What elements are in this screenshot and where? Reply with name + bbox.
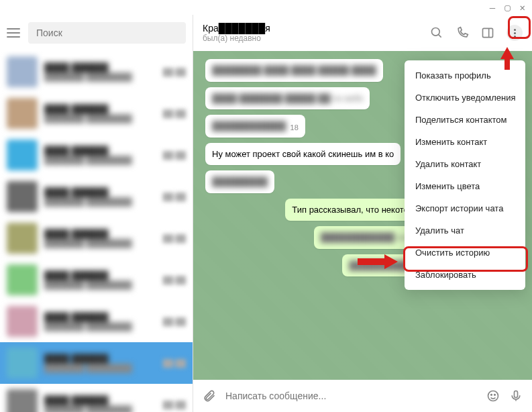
svg-point-0 bbox=[432, 28, 440, 36]
window-titlebar: — ▢ ✕ bbox=[0, 0, 532, 15]
search-icon[interactable] bbox=[430, 26, 443, 40]
chat-list: ████ █████████████ ████████ ██:██ ████ █… bbox=[0, 51, 193, 412]
chat-pane: Кра███████я был(а) недавно ████████ ████… bbox=[193, 15, 532, 412]
menu-icon[interactable] bbox=[7, 28, 20, 38]
chat-list-item[interactable]: ████ █████████████ ████████ ██:██ bbox=[0, 93, 193, 134]
svg-point-5 bbox=[491, 395, 492, 396]
chat-list-item[interactable]: ████ █████████████ ████████ ██:██ bbox=[0, 51, 193, 93]
message-bubble[interactable]: Ну может проект свой какой скинешь им в … bbox=[205, 143, 401, 166]
attach-icon[interactable] bbox=[203, 389, 216, 403]
svg-point-4 bbox=[488, 391, 498, 401]
chat-list-item[interactable]: ████ █████████████ ████████ ██:██ bbox=[0, 301, 193, 342]
svg-line-1 bbox=[439, 35, 441, 38]
message-bubble[interactable]: ████ ███████ █████ ██ по вебк bbox=[205, 87, 370, 110]
message-input[interactable] bbox=[225, 391, 477, 401]
message-composer bbox=[193, 380, 532, 412]
menu-item[interactable]: Показать профиль bbox=[405, 64, 525, 87]
more-options-button[interactable] bbox=[507, 25, 523, 41]
message-bubble[interactable]: ████████ ████ ████ █████ ████ bbox=[205, 59, 383, 82]
chat-header: Кра███████я был(а) недавно bbox=[193, 15, 532, 51]
menu-item[interactable]: Заблокировать bbox=[405, 264, 525, 286]
chat-list-sidebar: ████ █████████████ ████████ ██:██ ████ █… bbox=[0, 15, 193, 412]
side-panel-icon[interactable] bbox=[481, 26, 494, 40]
menu-item[interactable]: Поделиться контактом bbox=[405, 109, 525, 131]
voice-icon[interactable] bbox=[509, 389, 523, 403]
maximize-button[interactable]: ▢ bbox=[504, 2, 510, 13]
menu-item[interactable]: Изменить контакт bbox=[405, 131, 525, 153]
menu-item[interactable]: Удалить контакт bbox=[405, 153, 525, 175]
menu-item[interactable]: Очистить историю bbox=[405, 242, 525, 264]
chat-list-item[interactable]: ████ █████████████ ████████ ██:██ bbox=[0, 176, 193, 217]
menu-item[interactable]: Изменить цвета bbox=[405, 175, 525, 197]
minimize-button[interactable]: — bbox=[490, 2, 495, 13]
svg-point-6 bbox=[494, 395, 496, 396]
chat-contact-name[interactable]: Кра███████я bbox=[203, 23, 422, 34]
menu-item[interactable]: Отключить уведомления bbox=[405, 87, 525, 109]
emoji-icon[interactable] bbox=[486, 389, 500, 403]
chat-context-menu: Показать профильОтключить уведомленияПод… bbox=[405, 60, 525, 290]
chat-list-item[interactable]: ████ █████████████ ████████ ██:██ bbox=[0, 217, 193, 259]
message-bubble[interactable]: ████████████18 bbox=[205, 115, 305, 138]
svg-rect-2 bbox=[483, 28, 493, 37]
chat-contact-status: был(а) недавно bbox=[203, 34, 422, 43]
search-input[interactable] bbox=[28, 22, 186, 44]
chat-list-item[interactable]: ████ █████████████ ████████ ██:██ bbox=[0, 342, 193, 384]
close-window-button[interactable]: ✕ bbox=[520, 2, 525, 13]
menu-item[interactable]: Экспорт истории чата bbox=[405, 197, 525, 219]
call-icon[interactable] bbox=[456, 26, 469, 40]
chat-list-item[interactable]: ████ █████████████ ████████ ██:██ bbox=[0, 259, 193, 301]
chat-list-item[interactable]: ████ █████████████ ████████ ██:██ bbox=[0, 384, 193, 412]
svg-rect-7 bbox=[515, 391, 518, 398]
chat-list-item[interactable]: ████ █████████████ ████████ ██:██ bbox=[0, 134, 193, 176]
menu-item[interactable]: Удалить чат bbox=[405, 219, 525, 242]
message-bubble[interactable]: █████████ bbox=[205, 170, 274, 193]
